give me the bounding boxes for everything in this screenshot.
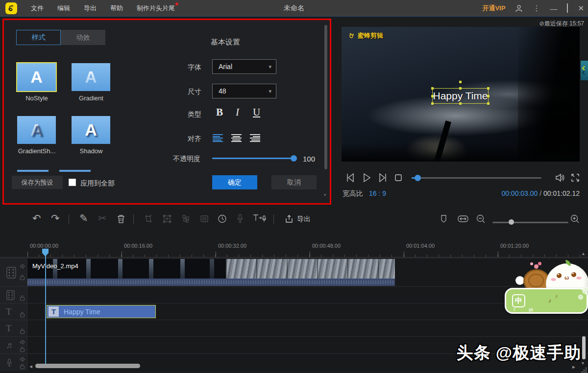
lock-track-icon[interactable] <box>20 274 25 280</box>
ok-button[interactable]: 确定 <box>212 175 257 189</box>
menu-help[interactable]: 帮助 <box>110 4 123 13</box>
edit-button[interactable]: ✎ <box>79 212 88 224</box>
selection-handle[interactable] <box>431 102 434 105</box>
app-logo-bee-icon[interactable] <box>5 2 17 14</box>
ime-mail-icon[interactable]: ✉ <box>528 306 534 314</box>
lock-track-icon[interactable] <box>20 311 25 318</box>
preset-gradientshadow[interactable]: A <box>17 116 56 144</box>
record-voiceover-button[interactable] <box>236 213 244 224</box>
lock-track-icon[interactable] <box>20 295 25 301</box>
undo-button[interactable]: ↶ <box>32 212 41 224</box>
aspect-ratio-value[interactable]: 16 : 9 <box>369 189 386 197</box>
timeline-scroll-down-icon[interactable]: ▾ <box>582 360 584 366</box>
text-to-speech-button[interactable] <box>252 213 267 224</box>
play-button[interactable] <box>361 172 372 184</box>
lock-track-icon[interactable] <box>20 328 25 334</box>
account-icon[interactable] <box>515 4 523 12</box>
apply-to-all-checkbox[interactable] <box>69 179 76 186</box>
pip-track[interactable] <box>0 286 588 303</box>
duration-button[interactable] <box>218 214 227 224</box>
text-track-2[interactable]: T <box>0 320 588 336</box>
close-button[interactable]: ✕ <box>578 4 584 13</box>
mute-track-icon[interactable] <box>20 339 25 345</box>
selection-handle[interactable] <box>459 102 462 105</box>
mute-track-icon[interactable] <box>20 356 25 362</box>
menu-intro-outro[interactable]: 制作片头片尾 <box>137 4 175 13</box>
cancel-button[interactable]: 取消 <box>271 175 317 189</box>
lock-track-icon[interactable] <box>20 346 25 352</box>
timeline-scroll-right-icon[interactable]: ► <box>571 364 576 370</box>
panel-scroll-down-icon[interactable]: ▾ <box>324 192 326 197</box>
more-menu-icon[interactable]: ⋮ <box>533 4 540 13</box>
menu-export[interactable]: 导出 <box>84 4 97 13</box>
tab-style[interactable]: 样式 <box>16 30 61 45</box>
maximize-button[interactable] <box>567 4 568 13</box>
text-clip[interactable]: T Happy Time <box>47 305 156 318</box>
size-select[interactable]: 48 ▾ <box>212 84 276 98</box>
stop-button[interactable] <box>393 172 403 184</box>
font-select[interactable]: Arial ▾ <box>212 59 276 74</box>
align-center-button[interactable] <box>231 134 242 142</box>
align-left-button[interactable] <box>213 134 223 142</box>
selection-handle[interactable] <box>431 87 434 90</box>
opacity-slider-handle[interactable] <box>291 155 297 162</box>
fit-timeline-button[interactable] <box>457 214 469 224</box>
zoom-transform-button[interactable] <box>163 214 172 224</box>
timeline-zoom-slider[interactable] <box>492 222 568 223</box>
selection-handle[interactable] <box>487 102 490 105</box>
marker-button[interactable] <box>440 214 447 224</box>
timeline-scroll-up-icon[interactable]: ▴ <box>582 251 585 256</box>
ime-toolbar[interactable]: 中 ♪ ✉ ♪ ♪ <box>505 288 588 314</box>
rotation-handle[interactable] <box>459 81 462 83</box>
preset-gradient[interactable]: A <box>72 63 110 91</box>
minimize-button[interactable]: — <box>550 4 557 13</box>
export-icon[interactable] <box>284 214 294 224</box>
bold-button[interactable]: B <box>216 106 223 118</box>
ime-mic-icon[interactable]: ♪ <box>513 306 516 312</box>
zoom-out-button[interactable] <box>476 214 486 224</box>
resize-grip[interactable] <box>581 367 587 373</box>
pip-button[interactable] <box>200 214 209 224</box>
split-button[interactable]: ✂ <box>98 212 107 224</box>
tab-animation[interactable]: 动效 <box>61 30 105 45</box>
selection-handle[interactable] <box>487 95 490 97</box>
underline-button[interactable]: U <box>253 106 260 118</box>
volume-icon[interactable] <box>554 172 565 184</box>
panel-scrollbar[interactable] <box>324 25 327 169</box>
italic-button[interactable]: I <box>236 106 239 118</box>
next-frame-button[interactable] <box>378 172 389 184</box>
selection-handle[interactable] <box>487 87 490 90</box>
mute-track-icon[interactable] <box>20 263 25 269</box>
menu-edit[interactable]: 编辑 <box>57 4 70 13</box>
timeline-ruler[interactable]: 00:00:00.00 00:00:16.00 00:00:32.00 00:0… <box>0 239 588 257</box>
fullscreen-icon[interactable] <box>570 172 580 184</box>
export-button[interactable]: 导出 <box>297 215 311 224</box>
playhead-line[interactable] <box>45 249 46 365</box>
timeline-zoom-handle[interactable] <box>509 219 514 225</box>
crop-button[interactable] <box>144 214 153 224</box>
save-as-preset-button[interactable]: 保存为预设 <box>12 176 63 189</box>
selection-handle[interactable] <box>459 87 462 90</box>
video-clip[interactable]: MyVideo_2.mp4 <box>27 259 395 286</box>
text-track-1[interactable]: T Happy Time T <box>0 303 588 320</box>
panel-expander-tab[interactable] <box>581 61 588 80</box>
align-right-button[interactable] <box>250 134 260 142</box>
redo-button[interactable]: ↷ <box>51 212 60 224</box>
timeline-horizontal-scrollbar[interactable] <box>35 364 140 368</box>
seek-handle[interactable] <box>415 175 421 181</box>
ime-mode-button[interactable]: 中 <box>512 294 525 307</box>
delete-button[interactable] <box>117 214 125 224</box>
previous-frame-button[interactable] <box>344 172 355 184</box>
lock-track-icon[interactable] <box>20 363 25 370</box>
seek-bar[interactable] <box>412 177 541 179</box>
timeline-scroll-left-icon[interactable]: ◄ <box>28 364 33 369</box>
vip-button[interactable]: 开通VIP <box>482 4 505 13</box>
mosaic-button[interactable] <box>181 214 190 224</box>
timeline-vertical-scrollbar[interactable] <box>582 336 586 359</box>
video-preview[interactable]: 蜜蜂剪辑 Happy Time <box>342 27 580 162</box>
zoom-in-button[interactable] <box>570 214 580 224</box>
selection-handle[interactable] <box>431 95 434 97</box>
preset-shadow[interactable]: A <box>72 116 110 144</box>
preset-nostyle[interactable]: A <box>17 63 56 91</box>
menu-file[interactable]: 文件 <box>31 4 44 13</box>
